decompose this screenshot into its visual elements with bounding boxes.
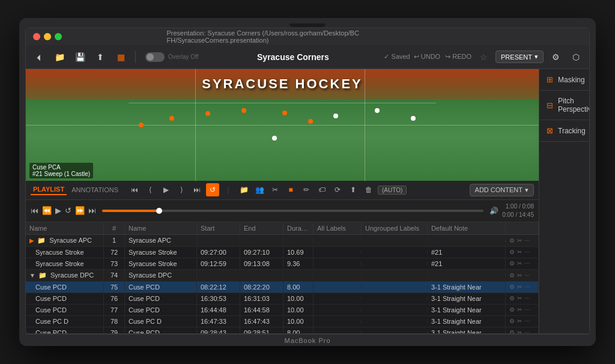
- table-row[interactable]: Cuse PCD 75 Cuse PCD 08:22:12 08:22:20 8…: [26, 282, 539, 293]
- table-row[interactable]: Cuse PCD 77 Cuse PCD 16:44:48 16:44:58 1…: [26, 305, 539, 316]
- td-dur: 10.69: [283, 247, 314, 258]
- table-row[interactable]: ▶ 📁 Syracuse APC 1 Syracuse APC ⚙✂⋯: [26, 235, 539, 247]
- transport-back[interactable]: ⏮: [31, 206, 38, 215]
- settings-icon[interactable]: ⚙: [547, 49, 564, 65]
- td-ungrouped: [362, 238, 428, 242]
- table-row[interactable]: Cuse PC D 78 Cuse PC D 16:47:33 16:47:43…: [26, 316, 539, 327]
- transport-play[interactable]: ▶: [55, 206, 61, 215]
- td-start: 09:27:00: [197, 247, 240, 258]
- playlist-bar: PLAYLIST ANNOTATIONS ⏮ ⟨ ▶ ⟩ ⏭ ↺ | 📁 👥 ✂…: [26, 181, 539, 200]
- time-display: 1:00 / 0:08 0:00 / 14:45: [502, 202, 534, 219]
- divider1: [135, 51, 136, 63]
- td-labels: [314, 250, 362, 254]
- chevron-down-icon: ▾: [535, 53, 538, 61]
- tool-refresh[interactable]: ⟳: [331, 183, 344, 196]
- td-ungrouped: [362, 297, 428, 300]
- present-button[interactable]: PRESENT ▾: [495, 50, 544, 63]
- star-icon[interactable]: ☆: [475, 49, 492, 65]
- tool-draw[interactable]: ✏: [300, 183, 313, 196]
- close-button[interactable]: [33, 33, 40, 40]
- table-row[interactable]: Syracuse Stroke 73 Syracuse Stroke 09:12…: [26, 258, 539, 270]
- tool-back[interactable]: ⏮: [128, 183, 141, 196]
- td-num: 77: [104, 305, 125, 315]
- td-note: 3-1 Straight Near: [428, 327, 506, 334]
- laptop-frame: Presentation: Syracuse Corners (/Users/r…: [19, 18, 596, 346]
- td-dur: 8.00: [283, 282, 314, 293]
- video-container[interactable]: SYRACUSE HOCKEY: [26, 69, 539, 181]
- td-num: 78: [104, 316, 125, 327]
- tool-trash[interactable]: 🗑: [362, 183, 375, 196]
- tool-upload[interactable]: ⬆: [347, 183, 360, 196]
- td-end: 16:47:43: [240, 316, 283, 327]
- td-actions: ⚙✂⋯: [506, 316, 539, 326]
- th-labels: All Labels: [314, 222, 362, 234]
- toggle-switch[interactable]: [145, 52, 165, 62]
- tool-tag[interactable]: 🏷: [315, 183, 329, 196]
- td-labels: [314, 320, 362, 323]
- td-end: 09:13:08: [240, 258, 283, 269]
- data-table[interactable]: Name # Name Start End Duration All Label…: [26, 222, 539, 334]
- td-labels: [314, 308, 362, 312]
- td-ungrouped: [362, 285, 428, 289]
- traffic-lights: [33, 33, 62, 40]
- tool-cut[interactable]: ✂: [268, 183, 282, 196]
- tool-play[interactable]: ▶: [159, 183, 172, 196]
- expand-arrow[interactable]: ▶: [29, 237, 34, 244]
- td-start: 16:47:33: [197, 316, 240, 327]
- undo-btn[interactable]: ↩ UNDO: [414, 53, 440, 61]
- grid-icon[interactable]: ▦: [112, 49, 129, 65]
- back-icon[interactable]: ⏴: [31, 49, 47, 65]
- add-content-button[interactable]: ADD CONTENT ▾: [470, 184, 534, 196]
- folder-icon[interactable]: 📁: [51, 49, 68, 65]
- tool-end[interactable]: ⏭: [190, 183, 204, 196]
- td-name: Syracuse Stroke: [125, 258, 197, 269]
- tool-folder2[interactable]: 📁: [237, 183, 250, 196]
- player-9: [411, 116, 416, 121]
- external-link-icon[interactable]: ⬡: [568, 49, 584, 65]
- timeline-track[interactable]: [102, 210, 483, 212]
- tool-people[interactable]: 👥: [253, 183, 266, 196]
- tool-prev[interactable]: ⟨: [144, 183, 157, 196]
- expand-arrow[interactable]: ▼: [29, 272, 35, 279]
- undo-redo-group: ↩ UNDO ↪ REDO: [414, 53, 471, 61]
- td-name-left: Cuse PCD: [26, 305, 104, 315]
- table-row[interactable]: Cuse PCD 76 Cuse PCD 16:30:53 16:31:03 1…: [26, 293, 539, 305]
- td-actions: ⚙✂⋯: [506, 327, 539, 333]
- th-ungrouped: Ungrouped Labels: [362, 222, 428, 234]
- tool-loop[interactable]: ↺: [206, 183, 219, 196]
- td-actions: ⚙✂⋯: [506, 235, 539, 246]
- td-name-left: Cuse PCD: [26, 282, 104, 293]
- tab-playlist[interactable]: PLAYLIST: [31, 184, 67, 195]
- overlay-toggle[interactable]: Overlay Off: [145, 52, 198, 62]
- tool-orange-box[interactable]: ■: [284, 183, 297, 196]
- transport-forward[interactable]: ⏩: [75, 206, 85, 215]
- fullscreen-button[interactable]: [55, 33, 62, 40]
- minimize-button[interactable]: [44, 33, 51, 40]
- masking-header[interactable]: ⊞ Masking ▾: [539, 69, 590, 90]
- transport-end[interactable]: ⏭: [88, 206, 96, 215]
- tab-annotations[interactable]: ANNOTATIONS: [71, 186, 118, 193]
- td-end: [240, 238, 283, 242]
- pitch-perspective-header[interactable]: ⊟ Pitch Perspective ▾: [539, 91, 590, 120]
- th-end: End: [240, 222, 283, 234]
- td-actions: ⚙✂⋯: [506, 305, 539, 315]
- save-icon[interactable]: 💾: [71, 49, 88, 65]
- table-row[interactable]: ▼ 📁 Syracuse DPC 74 Syracuse DPC ⚙✂⋯: [26, 270, 539, 282]
- td-end: 08:22:20: [240, 282, 283, 293]
- table-row[interactable]: Cuse PCD 79 Cuse PCD 09:28:43 09:28:51 8…: [26, 327, 539, 334]
- td-dur: [283, 273, 314, 277]
- player-10: [272, 136, 277, 141]
- td-ungrouped: [362, 308, 428, 312]
- table-row[interactable]: Syracuse Stroke 72 Syracuse Stroke 09:27…: [26, 247, 539, 258]
- td-end: 16:31:03: [240, 293, 283, 304]
- export-icon[interactable]: ⬆: [92, 49, 109, 65]
- tracking-header[interactable]: ⊠ Tracking ▾: [539, 120, 590, 141]
- redo-btn[interactable]: ↪ REDO: [445, 53, 471, 61]
- laptop-screen: Presentation: Syracuse Corners (/Users/r…: [25, 28, 590, 334]
- volume-icon[interactable]: 🔊: [489, 207, 498, 215]
- transport-loop[interactable]: ↺: [65, 206, 71, 215]
- saved-badge: ✓ Saved: [384, 53, 410, 61]
- right-panel: ⊞ Masking ▾ ⊟ Pitch Perspective ▾: [539, 69, 590, 333]
- transport-prev[interactable]: ⏪: [42, 206, 52, 215]
- tool-next[interactable]: ⟩: [175, 183, 188, 196]
